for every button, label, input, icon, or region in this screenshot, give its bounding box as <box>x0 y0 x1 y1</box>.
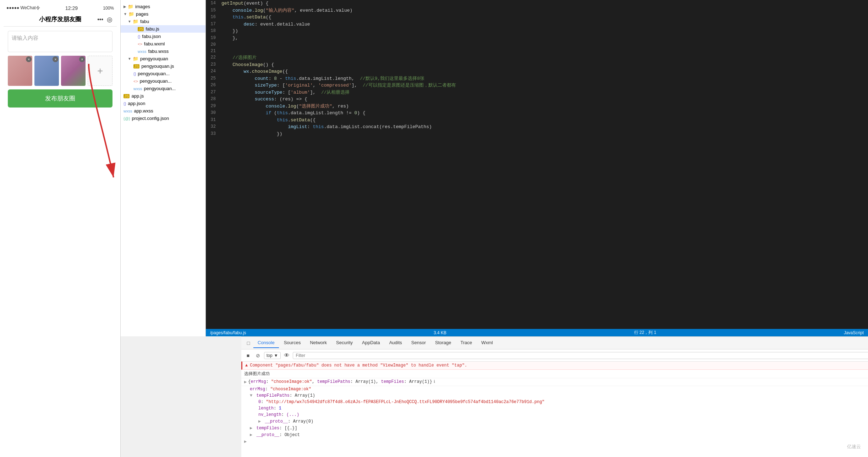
tab-wxml[interactable]: Wxml <box>477 338 497 348</box>
code-line-20: 20 <box>206 42 868 48</box>
context-label: top <box>267 353 273 358</box>
console-collapse-arrow: ▶ <box>241 438 868 445</box>
code-line-16: 16 this.setData({ <box>206 14 868 21</box>
tree-item-fabu-json[interactable]: {} fabu.json <box>121 33 205 40</box>
console-log-tempfiles: ▶ tempFiles: [{…}] <box>241 425 868 431</box>
context-selector[interactable]: top ▼ <box>264 352 281 359</box>
tab-storage[interactable]: Storage <box>431 338 456 348</box>
tree-label: pengyouquan... <box>140 78 172 84</box>
filter-input[interactable] <box>293 352 868 359</box>
close-icon-2[interactable]: × <box>53 56 58 62</box>
tab-console[interactable]: Console <box>253 338 279 348</box>
tree-label: pages <box>136 11 148 17</box>
tree-item-pengyouquan[interactable]: ▼ 📁 pengyouquan <box>121 55 205 62</box>
code-line-22: 22 //选择图片 <box>206 54 868 61</box>
tree-label: app.json <box>128 101 145 106</box>
devtools-panel: □ Console Sources Network Security AppDa… <box>241 336 868 457</box>
code-line-33: 33 }) <box>206 131 868 138</box>
close-icon-3[interactable]: × <box>79 56 85 62</box>
tree-label: project.config.json <box>132 116 169 121</box>
camera-icon[interactable]: ◎ <box>107 16 112 23</box>
devtools-tabs: □ Console Sources Network Security AppDa… <box>241 337 868 349</box>
tree-item-app-json[interactable]: {} app.json <box>121 100 205 107</box>
folder-icon: 📁 <box>128 11 134 17</box>
phone-nav-icons: ••• ◎ <box>97 16 112 23</box>
tab-appdata[interactable]: AppData <box>358 338 384 348</box>
dropdown-icon: ▼ <box>274 353 278 358</box>
tab-trace[interactable]: Trace <box>456 338 477 348</box>
arrow-icon: ▼ <box>128 20 131 23</box>
folder-icon: 📁 <box>133 56 138 61</box>
arrow-icon: ▼ <box>128 57 131 61</box>
tree-item-fabu-wxml[interactable]: <> fabu.wxml <box>121 40 205 48</box>
code-line-29: 29 console.log("选择图片成功", res) <box>206 103 868 110</box>
proto-expand-arrow[interactable]: ▶ <box>258 419 261 424</box>
code-editor[interactable]: 14 getInput(event) { 15 console.log("输入的… <box>206 0 868 329</box>
tree-item-pyq-wxss[interactable]: wxss pengyouquan... <box>121 85 205 92</box>
tree-item-pyq-json[interactable]: {} pengyouquan... <box>121 70 205 77</box>
folder-icon: 📁 <box>128 4 133 9</box>
tree-item-images[interactable]: ▶ 📁 images <box>121 3 205 10</box>
console-log-proto-object: ▶ __proto__: Object <box>241 431 868 438</box>
tree-item-pages[interactable]: ▼ 📁 pages <box>121 10 205 18</box>
console-log-success: 选择图片成功 <box>241 370 868 378</box>
console-log-path-0: 0: "http://tmp/wx7c54942dfc87f4d8.o6zAJs… <box>241 399 868 405</box>
code-line-23: 23 ChooseImage() { <box>206 61 868 68</box>
tab-audits[interactable]: Audits <box>385 338 406 348</box>
eye-btn[interactable]: 👁 <box>283 352 291 359</box>
phone-status-bar: ●●●●● WeChat令 12:29 100% <box>4 4 117 12</box>
code-line-17: 17 desc: event.detail.value <box>206 21 868 28</box>
publish-btn[interactable]: 发布朋友圈 <box>8 89 112 108</box>
devtools-content: ▲ Component "pages/fabu/fabu" does not h… <box>241 362 868 457</box>
phone-signal: ●●●●● WeChat令 <box>6 5 40 11</box>
devtools-inspect-icon[interactable]: □ <box>244 339 253 347</box>
devtools-toolbar: ■ ⊘ top ▼ 👁 Default levels ▼ <box>241 349 868 362</box>
tree-label: fabu.wxml <box>144 41 165 46</box>
arrow-icon: ▶ <box>123 5 126 9</box>
editor-language: JavaScript <box>844 330 864 335</box>
error-triangle-icon: ▲ <box>245 363 248 368</box>
wxml-icon: <> <box>138 42 142 46</box>
tree-item-app-js[interactable]: JS app.js <box>121 92 205 100</box>
tree-item-fabu[interactable]: ▼ 📁 fabu <box>121 18 205 25</box>
wxss-icon: wxss <box>123 109 132 113</box>
expand-arrow[interactable]: ▶ <box>244 379 247 385</box>
tab-sources[interactable]: Sources <box>280 338 305 348</box>
wxss-icon: wxss <box>138 49 146 54</box>
tree-label: pengyouquan <box>140 56 168 61</box>
tab-network[interactable]: Network <box>306 338 331 348</box>
collapse-icon[interactable]: ▶ <box>244 439 247 444</box>
tree-item-app-wxss[interactable]: wxss app.wxss <box>121 107 205 115</box>
expand-arrow-2[interactable]: ▼ <box>250 393 252 398</box>
console-log-obj-expand: ▶ {errMsg: "chooseImage:ok", tempFilePat… <box>241 378 868 386</box>
code-line-14: 14 getInput(event) { <box>206 0 868 7</box>
more-icon[interactable]: ••• <box>97 16 103 23</box>
code-line-31: 31 this.setData({ <box>206 117 868 124</box>
json-icon: {} <box>138 34 140 39</box>
phone-image-row: × × × + <box>8 56 112 86</box>
tree-item-fabu-wxss[interactable]: wxss fabu.wxss <box>121 48 205 55</box>
tab-security[interactable]: Security <box>332 338 357 348</box>
clear-console-btn[interactable]: ■ <box>244 352 252 359</box>
phone-image-2[interactable]: × <box>34 56 59 86</box>
js-icon: JS <box>133 64 139 68</box>
phone-image-1[interactable]: × <box>8 56 32 86</box>
tree-item-fabu-js[interactable]: JS fabu.js <box>121 25 205 33</box>
tree-item-pyq-wxml[interactable]: <> pengyouquan... <box>121 77 205 85</box>
log-text: 选择图片成功 <box>244 371 270 377</box>
tempfiles-expand-arrow[interactable]: ▶ <box>250 426 252 431</box>
log-obj-text: {errMsg: "chooseImage:ok", tempFilePaths… <box>248 379 432 384</box>
tree-label: fabu <box>140 19 149 24</box>
tree-item-pyq-js[interactable]: JS pengyouquan.js <box>121 62 205 70</box>
code-line-21: 21 <box>206 48 868 54</box>
phone-image-3[interactable]: × <box>61 56 86 86</box>
close-icon-1[interactable]: × <box>26 56 32 62</box>
editor-position: 行 22，列 1 <box>634 330 657 336</box>
proto-object-expand[interactable]: ▶ <box>250 433 252 437</box>
tree-item-project-json[interactable]: {@} project.config.json <box>121 115 205 122</box>
phone-input-area[interactable]: 请输入内容 <box>8 31 112 52</box>
tree-label: fabu.js <box>145 26 159 32</box>
tab-sensor[interactable]: Sensor <box>407 338 430 348</box>
stop-btn[interactable]: ⊘ <box>254 352 262 359</box>
add-image-btn[interactable]: + <box>88 56 112 86</box>
